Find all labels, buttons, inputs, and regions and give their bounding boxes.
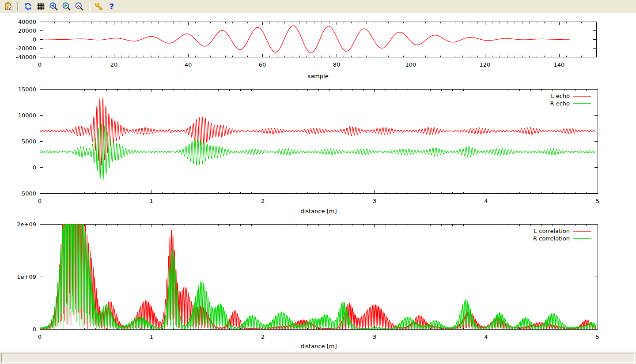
statusbar: [0, 352, 636, 364]
toggle-grid-button[interactable]: [35, 1, 46, 12]
y-tick-label: -5000: [19, 190, 36, 197]
legend-label: L echo: [551, 93, 570, 99]
echo-plot[interactable]: 012345-5000050001000015000distance [m]L …: [0, 84, 636, 221]
x-tick-label: 40: [185, 61, 192, 68]
legend-label: R correlation: [533, 235, 570, 242]
copy-to-clipboard-button[interactable]: [3, 1, 14, 12]
toolbar-separator: [17, 2, 19, 11]
legend-label: R echo: [550, 100, 570, 107]
pulse-plot[interactable]: 020406080100120140-40000-200000200004000…: [0, 13, 636, 84]
y-tick-label: 10000: [18, 112, 36, 119]
y-tick-label: 2e+09: [17, 221, 36, 228]
x-tick-label: 1: [149, 198, 153, 204]
statusbar-text: [1, 353, 635, 363]
zoom-previous-icon: [49, 2, 58, 11]
x-tick-label: 3: [373, 198, 376, 204]
x-tick-label: 20: [110, 61, 118, 68]
autoscale-button[interactable]: [73, 1, 85, 12]
x-tick-label: 0: [38, 61, 42, 68]
correlation-plot[interactable]: 01234501e+092e+09distance [m]L correlati…: [0, 221, 636, 351]
x-axis-label: sample: [307, 73, 328, 79]
y-tick-label: 5000: [22, 138, 36, 145]
x-tick-label: 3: [373, 334, 376, 340]
y-tick-label: 40000: [18, 19, 36, 25]
zoom-next-button[interactable]: [61, 1, 72, 12]
x-tick-label: 4: [484, 198, 488, 204]
x-tick-label: 5: [596, 198, 599, 204]
toolbar-separator: [88, 2, 90, 11]
x-tick-label: 2: [261, 334, 265, 340]
x-tick-label: 120: [480, 61, 491, 68]
x-tick-label: 100: [405, 61, 416, 68]
zoom-all-icon: [75, 2, 84, 11]
configure-button[interactable]: [93, 1, 104, 12]
x-tick-label: 0: [38, 198, 42, 204]
wrench-icon: [94, 2, 103, 11]
x-tick-label: 60: [259, 61, 266, 68]
y-tick-label: 20000: [18, 27, 36, 34]
help-icon: ? ?: [107, 2, 116, 11]
legend-label: L correlation: [534, 228, 570, 234]
series-pulse: [40, 26, 570, 53]
clipboard-chart-icon: [4, 2, 13, 11]
x-tick-label: 4: [484, 334, 488, 340]
axes: [40, 89, 598, 193]
y-tick-label: -40000: [16, 54, 36, 60]
x-tick-label: 1: [149, 334, 153, 340]
y-tick-label: 1e+09: [17, 274, 36, 280]
zoom-previous-button[interactable]: [48, 1, 59, 12]
x-tick-label: 5: [596, 334, 599, 340]
x-tick-label: 0: [38, 334, 42, 340]
y-tick-label: 0: [33, 164, 36, 171]
series-l-correlation: [40, 221, 596, 329]
help-button[interactable]: ? ?: [106, 1, 117, 12]
x-tick-label: 140: [554, 61, 565, 68]
y-tick-label: 0: [33, 36, 36, 43]
x-axis-label: distance [m]: [300, 208, 337, 214]
refresh-icon: [23, 2, 33, 11]
x-axis-label: distance [m]: [300, 343, 337, 349]
series-group: [40, 26, 570, 53]
x-tick-label: 80: [333, 61, 341, 68]
zoom-next-icon: [62, 2, 71, 11]
series-r-correlation: [40, 221, 596, 329]
series-group: [40, 221, 596, 329]
y-tick-label: -20000: [16, 45, 36, 52]
toolbar: ? ?: [0, 0, 636, 13]
plot-canvas: 020406080100120140-40000-200000200004000…: [0, 13, 636, 352]
svg-text:?: ?: [109, 2, 114, 11]
y-tick-label: 15000: [18, 86, 36, 93]
x-tick-label: 2: [261, 198, 265, 204]
y-tick-label: 0: [33, 326, 36, 333]
series-group: [40, 98, 595, 180]
grid-icon: [36, 2, 45, 11]
series-l-echo: [40, 98, 595, 165]
replot-button[interactable]: [22, 1, 34, 12]
axes: [40, 224, 598, 329]
